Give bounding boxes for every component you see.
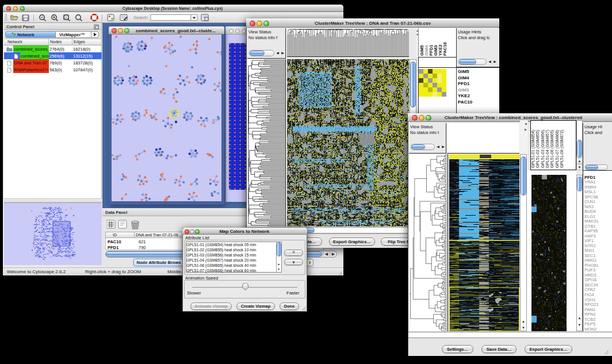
svg-text:Search:: Search: <box>133 15 148 20</box>
svg-text:1:1: 1:1 <box>63 16 67 19</box>
